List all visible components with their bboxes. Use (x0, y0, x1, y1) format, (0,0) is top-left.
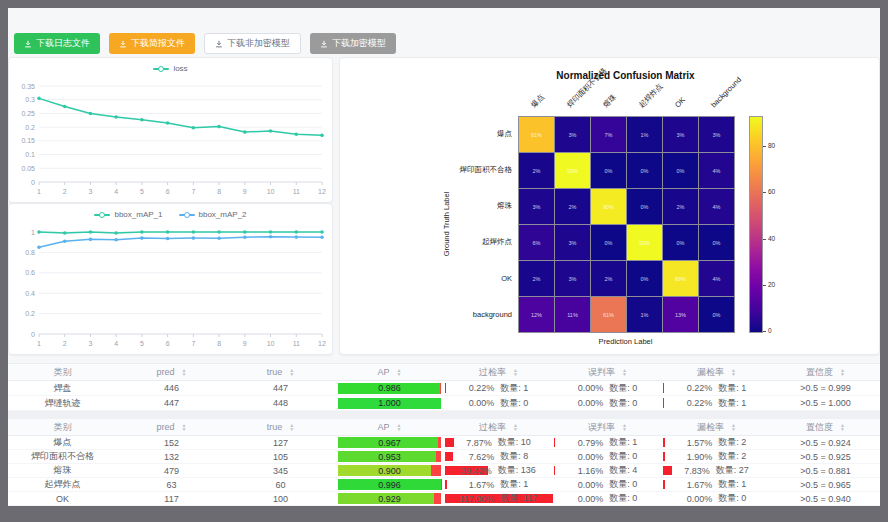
table-row: 熔珠4793450.90039.42%数量: 1361.16%数量: 47.83… (8, 464, 880, 478)
column-header-置信度[interactable]: 置信度▲▼ (771, 419, 880, 436)
sort-icon[interactable]: ▲▼ (840, 423, 845, 431)
matrix-row-label: 熔珠 (392, 201, 512, 211)
rate-count: 数量: 1 (718, 382, 746, 395)
sort-icon[interactable]: ▲▼ (622, 368, 627, 376)
column-header-pred[interactable]: pred▲▼ (117, 419, 226, 436)
misjudge-rate-cell: 0.00%数量: 0 (553, 492, 662, 505)
download-encrypted-model-button[interactable]: 下载加密模型 (310, 33, 396, 54)
sort-icon[interactable]: ▲▼ (840, 368, 845, 376)
loss-chart-card: loss 00.050.10.150.20.250.30.35123456789… (8, 57, 333, 203)
download-log-file-button[interactable]: 下载日志文件 (14, 33, 100, 54)
class-name-cell: 焊缝轨迹 (8, 396, 117, 410)
column-header-label: 漏检率 (697, 366, 724, 379)
sort-icon[interactable]: ▲▼ (622, 423, 627, 431)
rate-percent: 0.00% (578, 480, 604, 490)
rate-count: 数量: 0 (609, 397, 637, 410)
svg-text:10: 10 (267, 188, 275, 195)
rate-count: 数量: 1 (500, 382, 528, 395)
column-header-label: 漏检率 (697, 421, 724, 434)
confidence-cell: >0.5 = 1.000 (771, 396, 880, 410)
svg-text:6: 6 (166, 188, 170, 195)
legend-item-bbox_mAP_2[interactable]: bbox_mAP_2 (179, 210, 247, 219)
button-label: 下载加密模型 (332, 37, 386, 50)
svg-text:2: 2 (63, 340, 67, 347)
svg-text:0.2: 0.2 (25, 124, 35, 131)
pred-cell: 132 (117, 450, 226, 463)
rate-count: 数量: 0 (609, 450, 637, 463)
column-header-误判率[interactable]: 误判率▲▼ (553, 419, 662, 436)
sort-icon[interactable]: ▲▼ (731, 368, 736, 376)
matrix-cell: 93% (627, 225, 662, 260)
overkill-rate-cell: 7.87%数量: 10 (444, 436, 553, 449)
matrix-cell: 2% (519, 153, 554, 188)
matrix-cell: 3% (555, 261, 590, 296)
rate-bar (663, 398, 664, 408)
rate-bar (663, 480, 665, 489)
rate-bar (554, 466, 555, 475)
button-label: 下载非加密模型 (227, 37, 290, 50)
matrix-cell: 3% (663, 117, 698, 152)
sort-icon[interactable]: ▲▼ (397, 368, 402, 376)
download-unencrypted-model-button[interactable]: 下载非加密模型 (204, 33, 301, 54)
column-header-误判率[interactable]: 误判率▲▼ (553, 364, 662, 381)
svg-text:0.25: 0.25 (21, 110, 35, 117)
legend-marker-icon (153, 68, 169, 70)
sort-caret-down-icon: ▼ (840, 372, 845, 376)
column-header-label: true (267, 422, 283, 432)
sort-icon[interactable]: ▲▼ (731, 423, 736, 431)
rate-count: 数量: 1 (718, 397, 746, 410)
sort-icon[interactable]: ▲▼ (513, 423, 518, 431)
matrix-cell: 4% (699, 189, 734, 224)
svg-text:0.2: 0.2 (25, 310, 35, 317)
column-header-AP[interactable]: AP▲▼ (335, 419, 444, 436)
column-header-true[interactable]: true▲▼ (226, 364, 335, 381)
true-cell: 448 (226, 396, 335, 410)
colorbar-tick-mark (763, 285, 766, 286)
colorbar-tick-label: 40 (768, 236, 775, 242)
column-header-漏检率[interactable]: 漏检率▲▼ (662, 419, 771, 436)
column-header-过检率[interactable]: 过检率▲▼ (444, 364, 553, 381)
column-header-label: 类别 (54, 366, 72, 379)
sort-icon[interactable]: ▲▼ (289, 423, 294, 431)
dashboard-root: 下载日志文件下载简报文件下载非加密模型下载加密模型 loss 00.050.10… (8, 8, 880, 505)
svg-text:8: 8 (217, 340, 221, 347)
colorbar-tick-label: 60 (768, 189, 775, 195)
download-report-file-button[interactable]: 下载简报文件 (109, 33, 195, 54)
pred-cell: 63 (117, 478, 226, 491)
sort-icon[interactable]: ▲▼ (513, 368, 518, 376)
sort-icon[interactable]: ▲▼ (289, 368, 294, 376)
rate-bar (663, 466, 672, 475)
rate-count: 数量: 27 (716, 464, 749, 477)
matrix-column-label: background (708, 75, 743, 110)
column-header-label: 置信度 (806, 421, 833, 434)
svg-text:0.05: 0.05 (21, 165, 35, 172)
legend-label: bbox_mAP_1 (114, 210, 162, 219)
rate-percent: 7.62% (469, 452, 495, 462)
svg-text:1: 1 (37, 188, 41, 195)
sort-icon[interactable]: ▲▼ (182, 368, 187, 376)
rate-count: 数量: 1 (609, 436, 637, 449)
column-header-true[interactable]: true▲▼ (226, 419, 335, 436)
sort-icon[interactable]: ▲▼ (397, 423, 402, 431)
class-name-cell: 爆点 (8, 436, 117, 449)
pred-cell: 152 (117, 436, 226, 449)
sort-icon[interactable]: ▲▼ (182, 423, 187, 431)
ap-cell: 0.900 (335, 464, 444, 477)
legend-item-loss[interactable]: loss (153, 64, 187, 73)
true-cell: 447 (226, 381, 335, 395)
svg-text:10: 10 (267, 340, 275, 347)
class-name-cell: 焊盘 (8, 381, 117, 395)
ap-value: 0.929 (338, 493, 441, 504)
legend-item-bbox_mAP_1[interactable]: bbox_mAP_1 (94, 210, 162, 219)
toolbar: 下载日志文件下载简报文件下载非加密模型下载加密模型 (14, 33, 396, 54)
column-header-置信度[interactable]: 置信度▲▼ (771, 364, 880, 381)
column-header-漏检率[interactable]: 漏检率▲▼ (662, 364, 771, 381)
column-header-pred[interactable]: pred▲▼ (117, 364, 226, 381)
column-header-AP[interactable]: AP▲▼ (335, 364, 444, 381)
sort-caret-down-icon: ▼ (182, 427, 187, 431)
confidence-cell: >0.5 = 0.881 (771, 464, 880, 477)
table-header-row: 类别pred▲▼true▲▼AP▲▼过检率▲▼误判率▲▼漏检率▲▼置信度▲▼ (8, 419, 880, 436)
rate-count: 数量: 4 (609, 464, 637, 477)
ap-bar: 0.967 (338, 437, 441, 448)
column-header-过检率[interactable]: 过检率▲▼ (444, 419, 553, 436)
